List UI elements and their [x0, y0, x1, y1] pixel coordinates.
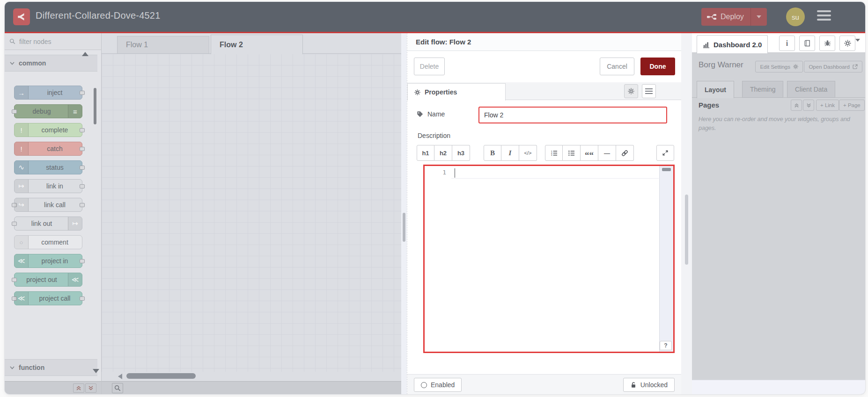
palette-node-status[interactable]: ∿status	[14, 160, 82, 174]
palette-node-project-out[interactable]: ≪project out	[14, 273, 82, 287]
palette-node-catch[interactable]: !catch	[14, 142, 82, 156]
palette-node-link-call[interactable]: ↪link call	[14, 198, 82, 212]
category-label: common	[19, 59, 46, 67]
palette-node-debug[interactable]: ≡debug	[14, 104, 82, 118]
sidebar-resize-handle[interactable]	[681, 33, 692, 394]
move-up-button[interactable]	[791, 100, 802, 111]
node-label: project out	[15, 273, 68, 286]
cancel-button[interactable]: Cancel	[600, 58, 634, 75]
node-output-port[interactable]	[80, 166, 85, 170]
editor-scrollbar-thumb[interactable]	[662, 168, 671, 171]
code-button[interactable]: </>	[519, 145, 537, 161]
deploy-button[interactable]: Deploy	[701, 8, 767, 26]
status-circle-icon	[421, 382, 427, 388]
node-output-port[interactable]	[80, 91, 85, 95]
external-link-icon	[853, 64, 858, 69]
palette-node-project-call[interactable]: ≪project call	[14, 291, 82, 305]
canvas-horizontal-scrollbar[interactable]	[102, 372, 401, 381]
canvas-zoom-button[interactable]	[112, 383, 123, 393]
sidebar-tabs-dropdown[interactable]	[855, 42, 860, 50]
node-red-icon: ≪	[15, 254, 29, 267]
resize-grip[interactable]	[403, 213, 405, 242]
user-avatar[interactable]: su	[786, 7, 805, 26]
palette-node-complete[interactable]: !complete	[14, 123, 82, 137]
ordered-list-button[interactable]	[545, 145, 563, 161]
flow-workspace: Flow 1 Flow 2	[102, 33, 401, 394]
edit-settings-button[interactable]: Edit Settings	[755, 61, 803, 72]
italic-button[interactable]: I	[501, 145, 519, 161]
node-label: link out	[15, 217, 68, 230]
tab-dashboard-2[interactable]: Dashboard 2.0	[697, 35, 768, 53]
scrollbar-thumb[interactable]	[126, 373, 196, 379]
unordered-list-icon	[568, 150, 575, 157]
info-tab-button[interactable]: i	[779, 36, 795, 51]
add-page-button[interactable]: + Page	[839, 100, 865, 111]
main-menu-button[interactable]	[817, 10, 831, 23]
link-button[interactable]	[616, 145, 634, 161]
heading1-button[interactable]: h1	[417, 145, 434, 161]
app-header: Different-Collared-Dove-4521 Deploy su	[5, 2, 865, 32]
node-red-icon: ≪	[68, 273, 82, 286]
palette-expand-all-button[interactable]	[85, 383, 96, 393]
palette-search-placeholder: filter nodes	[19, 38, 51, 45]
node-output-port[interactable]	[80, 296, 85, 301]
tab-label: Properties	[425, 88, 457, 96]
debug-tab-button[interactable]	[819, 36, 835, 51]
add-link-button[interactable]: + Link	[816, 100, 839, 111]
palette-category-function[interactable]: function	[5, 359, 97, 376]
exclamation-icon: !	[15, 123, 29, 137]
node-output-port[interactable]	[80, 184, 85, 188]
palette-scroll-up-indicator[interactable]	[82, 52, 88, 56]
flow-canvas[interactable]	[102, 54, 401, 372]
tab-layout[interactable]: Layout	[697, 81, 734, 98]
done-button[interactable]: Done	[640, 58, 675, 75]
comment-bubble-icon: ○	[15, 236, 29, 249]
expand-editor-button[interactable]	[656, 145, 674, 161]
palette-node-link-in[interactable]: ↦link in	[14, 179, 82, 193]
quote-button[interactable]: ““	[581, 145, 598, 161]
node-output-port[interactable]	[80, 147, 85, 151]
flow-lock-toggle[interactable]: Unlocked	[623, 378, 675, 392]
palette-node-link-out[interactable]: ↦link out	[14, 217, 82, 231]
palette-category-common[interactable]: common	[5, 55, 97, 72]
tray-left-resize-handle[interactable]	[401, 33, 407, 394]
unordered-list-button[interactable]	[563, 145, 581, 161]
resize-grip[interactable]	[685, 195, 688, 265]
tab-client-data[interactable]: Client Data	[787, 81, 835, 98]
description-editor[interactable]: 1 ?	[423, 165, 675, 353]
book-icon	[804, 40, 811, 47]
properties-view-button[interactable]	[624, 84, 638, 98]
deploy-options-button[interactable]	[750, 8, 767, 26]
open-dashboard-button[interactable]: Open Dashboard	[804, 61, 862, 72]
tab-properties[interactable]: Properties	[407, 83, 506, 101]
bold-button[interactable]: B	[484, 145, 501, 161]
flow-enabled-toggle[interactable]: Enabled	[414, 378, 462, 392]
config-tab-button[interactable]	[839, 36, 855, 51]
scroll-left-arrow-icon[interactable]	[118, 374, 122, 379]
tab-theming[interactable]: Theming	[742, 81, 783, 98]
heading3-button[interactable]: h3	[452, 145, 470, 161]
heading2-button[interactable]: h2	[434, 145, 452, 161]
palette-scrollbar-thumb[interactable]	[94, 88, 96, 124]
palette-node-comment[interactable]: ○comment	[14, 235, 82, 249]
move-down-button[interactable]	[803, 100, 814, 111]
palette-collapse-all-button[interactable]	[73, 383, 84, 393]
node-red-window: Different-Collared-Dove-4521 Deploy su f…	[5, 2, 865, 394]
palette-search[interactable]: filter nodes	[5, 33, 101, 50]
palette-node-project-in[interactable]: ≪project in	[14, 254, 82, 268]
tab-flow-1[interactable]: Flow 1	[117, 36, 209, 54]
tab-flow-2[interactable]: Flow 2	[211, 35, 303, 54]
editor-help-button[interactable]: ?	[660, 341, 672, 350]
palette-scroll-down-indicator[interactable]	[93, 369, 99, 373]
palette-node-inject[interactable]: →inject	[14, 86, 82, 100]
node-output-port[interactable]	[80, 203, 85, 207]
flow-name-input[interactable]	[478, 107, 667, 123]
description-view-button[interactable]	[642, 84, 656, 98]
delete-button[interactable]: Delete	[414, 58, 445, 75]
node-output-port[interactable]	[80, 259, 85, 263]
help-tab-button[interactable]	[799, 36, 815, 51]
node-output-port[interactable]	[80, 128, 85, 132]
tab-label: Dashboard 2.0	[714, 41, 762, 49]
editor-scrollbar-track[interactable]	[659, 166, 673, 352]
horizontal-rule-button[interactable]: —	[598, 145, 616, 161]
